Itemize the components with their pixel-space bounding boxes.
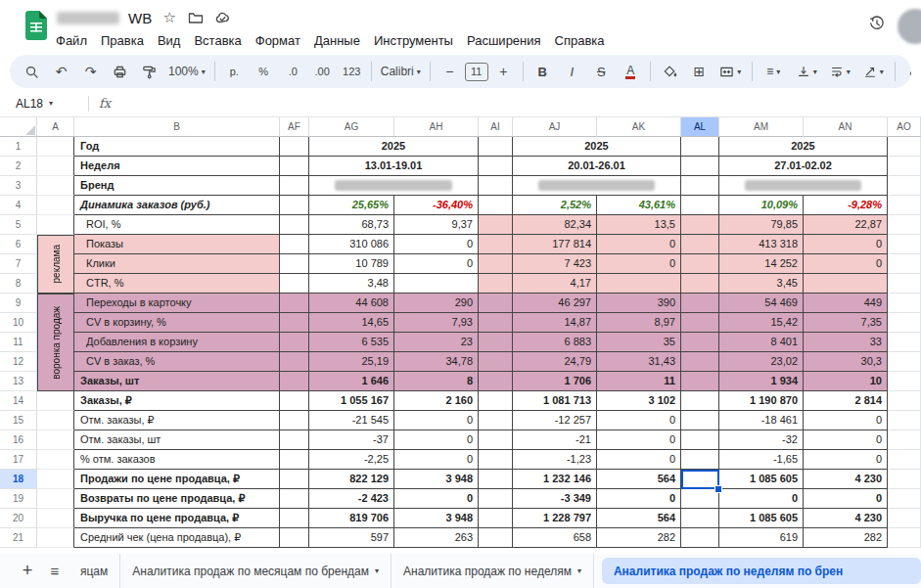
cell-B6[interactable]: Показы bbox=[74, 235, 280, 254]
cell-AI4[interactable] bbox=[479, 196, 513, 215]
move-to-folder-icon[interactable] bbox=[187, 9, 205, 26]
cell-AK6[interactable]: 0 bbox=[597, 235, 681, 254]
menu-item-6[interactable]: Данные bbox=[307, 30, 367, 51]
cell-AM17[interactable]: -1,65 bbox=[719, 450, 804, 470]
row-header-14[interactable]: 14 bbox=[0, 391, 37, 411]
column-header-AM[interactable]: AM bbox=[719, 117, 804, 137]
cell-AJ4[interactable]: 2,52% bbox=[513, 196, 597, 215]
name-box[interactable]: AL18 ▾ bbox=[0, 97, 88, 111]
cell-AI2[interactable] bbox=[479, 157, 513, 176]
cell-AF21[interactable] bbox=[280, 528, 309, 548]
cell-AO13[interactable] bbox=[888, 372, 921, 391]
cell-AO18[interactable] bbox=[888, 470, 921, 489]
cell-AO5[interactable] bbox=[888, 215, 921, 235]
cell-AG6[interactable]: 310 086 bbox=[309, 235, 394, 254]
cell-AL3[interactable] bbox=[681, 176, 719, 196]
column-header-AI[interactable]: AI bbox=[479, 117, 513, 137]
cell-AO15[interactable] bbox=[888, 411, 921, 430]
fill-handle[interactable] bbox=[714, 485, 722, 493]
cell-AJ16[interactable]: -21 bbox=[513, 430, 597, 450]
cell-AI6[interactable] bbox=[479, 235, 513, 254]
column-header-B[interactable]: B bbox=[74, 117, 280, 137]
cell-AG8[interactable]: 3,48 bbox=[309, 274, 394, 294]
cell-B4[interactable]: Динамика заказов (руб.) bbox=[74, 196, 280, 215]
cell-AL5[interactable] bbox=[681, 215, 719, 235]
cell-AO8[interactable] bbox=[888, 274, 921, 294]
cell-AL9[interactable] bbox=[681, 294, 719, 313]
cell-AF12[interactable] bbox=[280, 352, 309, 372]
cell-AH6[interactable]: 0 bbox=[394, 235, 479, 254]
cell-AI12[interactable] bbox=[479, 352, 513, 372]
cell-group1-row1[interactable]: 2025 bbox=[309, 137, 479, 157]
column-header-AJ[interactable]: AJ bbox=[513, 117, 597, 137]
cell-AG19[interactable]: -2 423 bbox=[309, 489, 394, 509]
fill-color-button[interactable] bbox=[656, 60, 684, 84]
row-header-16[interactable]: 16 bbox=[0, 430, 37, 450]
cloud-status-icon[interactable] bbox=[213, 9, 231, 26]
cell-AI17[interactable] bbox=[479, 450, 513, 470]
cell-AM8[interactable]: 3,45 bbox=[719, 274, 804, 294]
menu-item-9[interactable]: Справка bbox=[548, 30, 612, 51]
cell-AH5[interactable]: 9,37 bbox=[394, 215, 479, 235]
cell-AJ18[interactable]: 1 232 146 bbox=[513, 470, 597, 489]
cell-AM21[interactable]: 619 bbox=[719, 528, 804, 548]
cell-AF6[interactable] bbox=[280, 235, 309, 254]
row-header-17[interactable]: 17 bbox=[0, 450, 37, 470]
cell-group2-row1[interactable]: 2025 bbox=[513, 137, 681, 157]
doc-title-text[interactable]: WB bbox=[128, 10, 152, 26]
sheet-tab-1[interactable]: яцам bbox=[69, 554, 120, 588]
cell-AN18[interactable]: 4 230 bbox=[804, 470, 888, 489]
bold-button[interactable]: B bbox=[529, 60, 557, 84]
cell-AK14[interactable]: 3 102 bbox=[597, 391, 681, 411]
cell-AI13[interactable] bbox=[479, 372, 513, 391]
cell-AH9[interactable]: 290 bbox=[394, 294, 479, 313]
column-header-AN[interactable]: AN bbox=[804, 117, 888, 137]
zoom-select[interactable]: 100% ▾ bbox=[164, 60, 209, 84]
cell-AI19[interactable] bbox=[479, 489, 513, 509]
cell-AL8[interactable] bbox=[681, 274, 719, 294]
cell-B21[interactable]: Средний чек (цена продавца), ₽ bbox=[74, 528, 280, 548]
cell-AK12[interactable]: 31,43 bbox=[597, 352, 681, 372]
cell-AG20[interactable]: 819 706 bbox=[309, 509, 394, 528]
cell-B12[interactable]: CV в заказ, % bbox=[74, 352, 280, 372]
star-icon[interactable]: ☆ bbox=[161, 9, 178, 26]
percent-format-button[interactable]: % bbox=[250, 60, 278, 84]
cell-AN5[interactable]: 22,87 bbox=[804, 215, 888, 235]
row-header-10[interactable]: 10 bbox=[0, 313, 37, 333]
cell-AI5[interactable] bbox=[479, 215, 513, 235]
cell-AL2[interactable] bbox=[681, 157, 719, 176]
sheets-logo-icon[interactable] bbox=[25, 11, 47, 40]
cell-AF17[interactable] bbox=[280, 450, 309, 470]
cell-AO17[interactable] bbox=[888, 450, 921, 470]
cell-AK15[interactable]: 0 bbox=[597, 411, 681, 430]
menu-item-5[interactable]: Формат bbox=[249, 30, 307, 51]
cell-B13[interactable]: Заказы, шт bbox=[74, 372, 280, 391]
cell-AJ7[interactable]: 7 423 bbox=[513, 254, 597, 274]
cell-AG5[interactable]: 68,73 bbox=[309, 215, 394, 235]
version-history-icon[interactable] bbox=[868, 15, 886, 32]
cell-A3[interactable] bbox=[37, 176, 74, 196]
cell-AG10[interactable]: 14,65 bbox=[309, 313, 394, 333]
cell-AO4[interactable] bbox=[888, 196, 921, 215]
column-header-AO[interactable]: AO bbox=[888, 117, 921, 137]
cell-A17[interactable] bbox=[37, 450, 74, 470]
text-color-button[interactable]: A bbox=[617, 60, 645, 84]
column-header-AG[interactable]: AG bbox=[309, 117, 394, 137]
cell-AF13[interactable] bbox=[280, 372, 309, 391]
cell-AO20[interactable] bbox=[888, 509, 921, 528]
cell-group2-row3[interactable] bbox=[513, 176, 681, 196]
cell-group3-row3[interactable] bbox=[719, 176, 888, 196]
cell-AJ21[interactable]: 658 bbox=[513, 528, 597, 548]
cell-AK8[interactable] bbox=[597, 274, 681, 294]
cell-AJ9[interactable]: 46 297 bbox=[513, 294, 597, 313]
sheet-tab-2[interactable]: Аналитика продаж по месяцам по брендам▾ bbox=[120, 554, 391, 588]
cell-B20[interactable]: Выручка по цене продавца, ₽ bbox=[74, 509, 280, 528]
cell-AM14[interactable]: 1 190 870 bbox=[719, 391, 804, 411]
cell-AN7[interactable]: 0 bbox=[804, 254, 888, 274]
cell-A2[interactable] bbox=[37, 157, 74, 176]
cell-AK20[interactable]: 564 bbox=[597, 509, 681, 528]
cell-AM7[interactable]: 14 252 bbox=[719, 254, 804, 274]
cell-AG4[interactable]: 25,65% bbox=[309, 196, 394, 215]
cell-AL17[interactable] bbox=[681, 450, 719, 470]
cell-AF14[interactable] bbox=[280, 391, 309, 411]
